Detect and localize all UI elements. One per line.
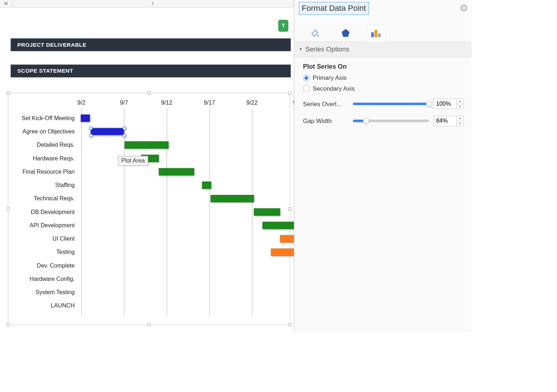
gantt-bar[interactable]: [124, 141, 168, 149]
project-deliverable-header: PROJECT DELIVERABLE: [11, 38, 291, 51]
plot-series-on-label: Plot Series On: [303, 63, 463, 70]
gap-width-label: Gap Width: [303, 118, 349, 124]
template-button[interactable]: T: [278, 20, 288, 32]
gap-width-slider[interactable]: [353, 120, 429, 122]
series-overlap-label: Series Overl...: [303, 100, 349, 107]
plot-area[interactable]: 9/29/79/129/179/229 Set Kick-Off Meeting…: [11, 96, 287, 322]
gap-width-row: Gap Width 84% ▲ ▼: [303, 116, 463, 126]
section-label: Series Options: [305, 45, 349, 53]
chart-bars: [81, 111, 287, 315]
task-label: Set Kick-Off Meeting: [11, 111, 78, 125]
sidebar-title[interactable]: Format Data Point: [299, 2, 369, 15]
task-label: Final Resource Plan: [11, 165, 78, 178]
x-tick: 9/12: [161, 99, 172, 106]
radio-label: Secondary Axis: [313, 85, 355, 92]
column-header-i[interactable]: I: [12, 0, 294, 7]
task-label: Dev. Complete: [11, 259, 78, 272]
task-label: Hardware Config.: [11, 272, 78, 286]
column-headers: H I: [0, 0, 294, 8]
primary-axis-radio[interactable]: Primary Axis: [303, 74, 463, 81]
selection-handle[interactable]: [89, 127, 92, 130]
x-tick: 9/17: [204, 99, 215, 106]
svg-rect-1: [371, 32, 374, 37]
radio-icon: [303, 85, 310, 92]
gantt-bar[interactable]: [202, 182, 211, 189]
task-label: DB Development: [11, 205, 78, 219]
stepper[interactable]: ▲ ▼: [456, 116, 463, 126]
gap-width-value[interactable]: 84% ▲ ▼: [433, 116, 463, 126]
series-overlap-slider[interactable]: [353, 102, 429, 105]
y-axis-labels: Set Kick-Off MeetingAgree on ObjectivesD…: [11, 111, 78, 313]
x-axis: 9/29/79/129/179/229: [78, 99, 287, 108]
gantt-chart[interactable]: 9/29/79/129/179/229 Set Kick-Off Meeting…: [8, 93, 290, 325]
x-tick: 9/22: [246, 99, 258, 106]
task-label: Detailed Reqs.: [11, 138, 78, 152]
chart-resize-handle[interactable]: [7, 323, 10, 326]
radio-label: Primary Axis: [313, 74, 347, 81]
column-header-h[interactable]: H: [0, 0, 12, 7]
chart-resize-handle[interactable]: [7, 92, 10, 95]
sidebar-tabs: [294, 23, 472, 42]
gantt-bar[interactable]: [81, 114, 90, 122]
format-sidebar: Format Data Point ✕ ▼ Series Options Plo…: [294, 0, 472, 332]
collapse-icon: ▼: [299, 47, 303, 52]
selection-handle[interactable]: [122, 134, 126, 137]
fill-tab-icon[interactable]: [306, 24, 324, 41]
chevron-down-icon[interactable]: ▼: [457, 104, 463, 109]
task-label: Technical Reqs.: [11, 192, 78, 205]
x-tick: 9/2: [77, 99, 85, 106]
svg-marker-0: [341, 29, 349, 37]
task-label: Testing: [11, 246, 78, 259]
gantt-bar[interactable]: [210, 195, 254, 202]
series-options-section[interactable]: ▼ Series Options: [294, 42, 472, 57]
stepper[interactable]: ▲ ▼: [456, 99, 463, 109]
close-icon[interactable]: ✕: [460, 4, 467, 12]
secondary-axis-radio[interactable]: Secondary Axis: [303, 85, 463, 92]
svg-rect-2: [375, 30, 377, 37]
x-tick: 9/7: [120, 99, 128, 106]
task-label: UI Client: [11, 232, 78, 245]
paint-bucket-icon: [310, 28, 320, 38]
series-overlap-value[interactable]: 100% ▲ ▼: [433, 99, 463, 109]
chart-resize-handle[interactable]: [288, 323, 291, 326]
chevron-down-icon[interactable]: ▼: [457, 121, 463, 126]
series-options-tab-icon[interactable]: [367, 25, 385, 42]
selection-handle[interactable]: [89, 134, 92, 137]
task-label: System Testing: [11, 286, 78, 299]
section-body: Plot Series On Primary Axis Secondary Ax…: [294, 57, 472, 132]
chart-resize-handle[interactable]: [7, 208, 10, 210]
task-label: API Development: [11, 219, 78, 232]
series-overlap-row: Series Overl... 100% ▲ ▼: [303, 99, 463, 109]
gantt-bar[interactable]: [159, 168, 194, 176]
selection-handle[interactable]: [122, 127, 126, 130]
chevron-up-icon[interactable]: ▲: [457, 99, 463, 104]
chart-resize-handle[interactable]: [288, 208, 291, 210]
pentagon-icon: [340, 28, 351, 38]
chart-resize-handle[interactable]: [288, 92, 291, 95]
chart-resize-handle[interactable]: [148, 323, 150, 326]
task-label: Agree on Objectives: [11, 125, 78, 138]
scope-statement-header: SCOPE STATEMENT: [11, 65, 291, 78]
task-label: LAUNCH: [11, 299, 78, 313]
task-label: Hardware Reqs.: [11, 152, 78, 165]
plot-area-tooltip: Plot Area: [118, 156, 148, 166]
bar-chart-icon: [370, 28, 382, 38]
chevron-up-icon[interactable]: ▲: [457, 116, 463, 121]
radio-icon: [303, 74, 310, 81]
gantt-bar[interactable]: [91, 128, 124, 135]
effects-tab-icon[interactable]: [336, 24, 355, 41]
task-label: Staffing: [11, 178, 78, 192]
chart-resize-handle[interactable]: [148, 92, 150, 95]
svg-rect-3: [378, 33, 381, 37]
spreadsheet-main: H I T PROJECT DELIVERABLE SCOPE STATEMEN…: [0, 0, 294, 332]
gantt-bar[interactable]: [254, 208, 280, 215]
